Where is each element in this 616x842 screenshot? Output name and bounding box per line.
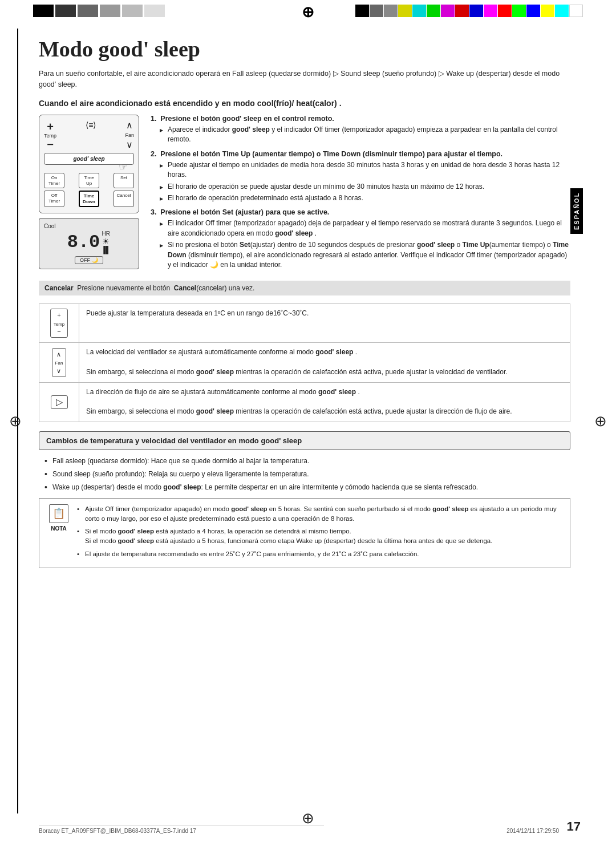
display-hr: HR xyxy=(102,230,110,237)
feature-row1-text: Puede ajustar la temperatura deseada en … xyxy=(79,304,570,343)
on-timer-button[interactable]: OnTimer xyxy=(44,173,64,188)
good-sleep-button[interactable]: good' sleep ☞ xyxy=(44,153,134,165)
nota-bullet1: • Ajuste Off timer (temporizador apagado… xyxy=(77,504,563,524)
step2-bullet2: ▶ El horario de operación se puede ajust… xyxy=(160,182,570,192)
feature-row3-icon: ▷ xyxy=(39,382,79,422)
step3-bullet2: ▶ Si no presiona el botón Set(ajustar) d… xyxy=(160,240,570,270)
fan-label: Fan xyxy=(125,132,134,138)
off-timer-button[interactable]: OffTimer xyxy=(44,191,64,207)
left-margin-line xyxy=(17,29,18,813)
nota-icon: 📋 xyxy=(49,504,68,523)
step1: 1. Presione el botón good' sleep en el c… xyxy=(151,115,570,145)
registration-mark-top: ⊕ xyxy=(302,3,314,21)
feature-row3-text: La dirección de flujo de aire se ajustar… xyxy=(79,382,570,422)
step3: 3. Presione el botón Set (ajustar) para … xyxy=(151,208,570,270)
down-arrow-icon: ∨ xyxy=(126,140,133,149)
nota-bullet3: • El ajuste de temperatura recomendado e… xyxy=(77,549,563,559)
temp-plus-icon: + xyxy=(47,121,54,132)
cancel-button[interactable]: Cancel xyxy=(114,191,134,207)
nota-label-area: 📋 NOTA xyxy=(46,504,71,562)
cancel-note: Cancelar Presione nuevamente el botón Ca… xyxy=(39,281,570,295)
nota-content: • Ajuste Off timer (temporizador apagado… xyxy=(77,504,563,562)
remote-control: + Temp − ⟨≡⟩ ∧ Fan ∨ good' sleep xyxy=(39,115,139,213)
display-screen: Cool 8.0 HR ☀ ▐▌ OFF 🌙 xyxy=(39,218,139,269)
section1-title: Cuando el aire acondicionado está encend… xyxy=(39,98,570,110)
intro-text: Para un sueño confortable, el aire acond… xyxy=(39,68,570,90)
step3-title: 3. Presione el botón Set (ajustar) para … xyxy=(151,208,570,216)
feature-row2-text: La velocidad del ventilador se ajustará … xyxy=(79,343,570,382)
remote-area: + Temp − ⟨≡⟩ ∧ Fan ∨ good' sleep xyxy=(39,115,140,275)
footer-right: 2014/12/11 17:29:50 xyxy=(506,828,559,834)
step1-bullet1: ▶ Aparece el indicador good' sleep y el … xyxy=(160,125,570,145)
fan-icon: ⟨≡⟩ xyxy=(86,121,96,129)
page-title: Modo good' sleep xyxy=(39,37,570,62)
instructions-area: 1. Presione el botón good' sleep en el c… xyxy=(151,115,570,275)
color-bars-top xyxy=(355,5,583,17)
nota-label: NOTA xyxy=(51,524,67,533)
registration-mark-left: ⊕ xyxy=(9,412,22,430)
up-arrow-icon: ∧ xyxy=(126,121,133,130)
footer-left: Boracay ET_AR09FSFT@_IBIM_DB68-03377A_ES… xyxy=(39,825,324,834)
feature-row1-icon: +Temp− xyxy=(39,304,79,343)
step2-bullet1: ▶ Puede ajustar el tiempo en unidades de… xyxy=(160,160,570,180)
feature-row2-icon: ∧Fan∨ xyxy=(39,343,79,382)
feature-table: +Temp− Puede ajustar la temperatura dese… xyxy=(39,303,570,422)
section2-bullets: • Fall asleep (quedarse dormido): Hace q… xyxy=(39,456,570,492)
time-down-button[interactable]: TimeDown xyxy=(79,191,99,207)
step1-title: 1. Presione el botón good' sleep en el c… xyxy=(151,115,570,123)
section2-bullet3: • Wake up (despertar) desde el modo good… xyxy=(44,482,570,492)
nota-box: 📋 NOTA • Ajuste Off timer (temporizador … xyxy=(39,498,570,568)
display-off-badge: OFF 🌙 xyxy=(75,256,103,264)
nota-bullet2: • Si el modo good' sleep está ajustado a… xyxy=(77,527,563,547)
language-sidebar-label: ESPAÑOL xyxy=(570,188,583,234)
time-up-button[interactable]: TimeUp xyxy=(79,173,99,188)
temp-minus-icon: − xyxy=(47,139,54,150)
step3-bullet1: ▶ El indicador Off timer (temporizador a… xyxy=(160,218,570,238)
section2-bullet1: • Fall asleep (quedarse dormido): Hace q… xyxy=(44,456,570,466)
display-cool-label: Cool xyxy=(44,223,134,229)
registration-mark-right: ⊕ xyxy=(594,412,607,430)
page-number: 17 xyxy=(567,819,581,834)
step2: 2. Presione el botón Time Up (aumentar t… xyxy=(151,150,570,204)
display-digits: 8.0 xyxy=(67,232,100,253)
set-button[interactable]: Set xyxy=(114,173,134,188)
step2-bullet3: ▶ El horario de operación predeterminado… xyxy=(160,193,570,203)
section2-title: Cambios de temperatura y velocidad del v… xyxy=(39,431,570,450)
step2-title: 2. Presione el botón Time Up (aumentar t… xyxy=(151,150,570,158)
section2-bullet2: • Sound sleep (sueño profundo): Relaja s… xyxy=(44,469,570,479)
